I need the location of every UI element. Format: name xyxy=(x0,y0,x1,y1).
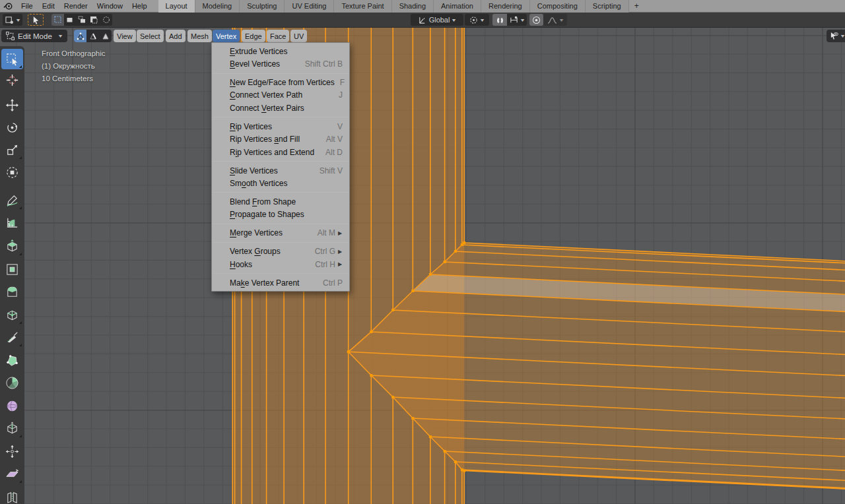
menu-item-vertex-groups[interactable]: Vertex GroupsCtrl G▶ xyxy=(212,245,349,258)
tool-move[interactable] xyxy=(1,95,23,115)
menu-item-bevel-vertices[interactable]: Bevel VerticesShift Ctrl B xyxy=(212,57,349,70)
edge-select-mode-button[interactable] xyxy=(86,30,99,42)
tool-transform[interactable] xyxy=(1,162,23,183)
viewport-menu-vertex[interactable]: Vertex xyxy=(213,30,240,42)
menu-item-merge-vertices[interactable]: Merge VerticesAlt M▶ xyxy=(212,227,349,239)
face-select-mode-button[interactable] xyxy=(99,30,112,42)
tool-select-box[interactable] xyxy=(1,49,23,69)
viewport-menu-edge[interactable]: Edge xyxy=(242,30,265,42)
menu-item-smooth-vertices[interactable]: Smooth Vertices xyxy=(212,177,349,189)
menu-edit[interactable]: Edit xyxy=(38,0,59,13)
menu-item-new-edge-face-from-vertices[interactable]: New Edge/Face from VerticesF xyxy=(212,76,349,88)
tool-shear[interactable] xyxy=(1,464,23,484)
workspace-tab-layout[interactable]: Layout xyxy=(158,0,195,13)
top-menu-bar: FileEditRenderWindowHelp LayoutModelingS… xyxy=(0,0,845,13)
orientation-label: Global xyxy=(429,16,450,24)
tool-poly-build[interactable] xyxy=(1,350,23,371)
tool-measure[interactable] xyxy=(1,212,23,233)
proportional-editing-toggle[interactable] xyxy=(529,14,543,26)
select-tweak-button[interactable] xyxy=(51,14,64,26)
tool-shrink-fatten[interactable] xyxy=(1,441,23,462)
grid-scale-overlay: 10 Centimeters xyxy=(42,75,93,82)
menu-separator xyxy=(212,115,349,121)
blender-window: FileEditRenderWindowHelp LayoutModelingS… xyxy=(0,0,845,504)
workspace-tab-modeling[interactable]: Modeling xyxy=(195,0,240,13)
workspace-tab-uv-editing[interactable]: UV Editing xyxy=(285,0,334,13)
tool-scale[interactable] xyxy=(1,140,23,160)
tool-rip-region[interactable] xyxy=(1,487,23,504)
menu-item-connect-vertex-path[interactable]: Connect Vertex PathJ xyxy=(212,89,349,102)
mesh-canvas xyxy=(0,28,845,504)
viewport-menu-uv[interactable]: UV xyxy=(290,30,307,42)
viewport-menu-add[interactable]: Add xyxy=(166,30,186,42)
workspace-tab-scripting[interactable]: Scripting xyxy=(586,0,629,13)
viewport-gizmo-controls[interactable]: ▼ xyxy=(827,30,845,42)
select-box-button[interactable] xyxy=(64,14,76,26)
toolbar xyxy=(0,46,24,504)
tool-loop-cut[interactable] xyxy=(1,305,23,325)
menu-item-make-vertex-parent[interactable]: Make Vertex ParentCtrl P xyxy=(212,276,349,289)
tool-spin[interactable] xyxy=(1,373,23,393)
workspace-tab-texture-paint[interactable]: Texture Paint xyxy=(334,0,391,13)
select-extend-button[interactable] xyxy=(76,14,88,26)
mesh-select-mode-group xyxy=(74,30,112,42)
menu-separator xyxy=(212,71,349,77)
menu-help[interactable]: Help xyxy=(127,0,152,13)
workspace-tab-animation[interactable]: Animation xyxy=(434,0,481,13)
menu-separator xyxy=(212,158,349,164)
menu-item-rip-vertices-and-fill[interactable]: Rip Vertices and FillAlt V xyxy=(212,133,349,146)
view-name-overlay: Front Orthographic xyxy=(42,49,106,57)
editor-type-dropdown[interactable]: ▼ xyxy=(3,14,22,26)
vertex-menu-dropdown: Extrude VerticesBevel VerticesShift Ctrl… xyxy=(211,42,350,292)
tool-cursor[interactable] xyxy=(1,70,23,90)
mode-selector-dropdown[interactable]: Edit Mode ▼ xyxy=(1,30,67,42)
menu-item-propagate-to-shapes[interactable]: Propagate to Shapes xyxy=(212,208,349,221)
select-intersect-button[interactable] xyxy=(100,14,112,26)
active-tool-icon[interactable] xyxy=(28,14,44,26)
menu-item-hooks[interactable]: HooksCtrl H▶ xyxy=(212,258,349,270)
snap-toggle-button[interactable] xyxy=(492,14,507,26)
viewport-menu-mesh[interactable]: Mesh xyxy=(187,30,212,42)
menu-item-blend-from-shape[interactable]: Blend From Shape xyxy=(212,195,349,208)
tool-extrude-region[interactable] xyxy=(1,236,23,257)
snap-target-dropdown[interactable]: ▼ xyxy=(507,14,527,26)
tool-bevel[interactable] xyxy=(1,282,23,302)
vertex-select-mode-button[interactable] xyxy=(74,30,86,42)
menu-render[interactable]: Render xyxy=(59,0,92,13)
menu-item-connect-vertex-pairs[interactable]: Connect Vertex Pairs xyxy=(212,102,349,114)
tool-edge-slide[interactable] xyxy=(1,418,23,439)
transform-orientation-dropdown[interactable]: Global ▼ xyxy=(411,14,463,26)
blender-logo-icon[interactable] xyxy=(0,0,17,13)
menu-separator xyxy=(212,270,349,276)
menu-separator xyxy=(212,239,349,245)
add-workspace-button[interactable]: + xyxy=(629,0,644,13)
menu-window[interactable]: Window xyxy=(92,0,127,13)
tool-annotate[interactable] xyxy=(1,190,23,210)
tool-knife[interactable] xyxy=(1,327,23,348)
menu-separator xyxy=(212,221,349,227)
workspace-tab-shading[interactable]: Shading xyxy=(392,0,434,13)
menu-file[interactable]: File xyxy=(17,0,38,13)
viewport-3d[interactable]: Edit Mode ▼ ViewSelectAddMeshVertexEdgeF… xyxy=(0,28,845,504)
mode-label: Edit Mode xyxy=(18,32,52,40)
tool-smooth[interactable] xyxy=(1,396,23,416)
object-name-overlay: (1) Окружность xyxy=(42,62,95,70)
tool-inset-faces[interactable] xyxy=(1,259,23,280)
tool-settings-bar: ▼ Global ▼ xyxy=(0,13,845,28)
select-subtract-button[interactable] xyxy=(88,14,100,26)
select-mode-group xyxy=(51,14,112,26)
viewport-menu-select[interactable]: Select xyxy=(137,30,164,42)
pivot-point-dropdown[interactable]: ▼ xyxy=(465,14,489,26)
viewport-menu-view[interactable]: View xyxy=(114,30,136,42)
menu-item-extrude-vertices[interactable]: Extrude Vertices xyxy=(212,45,349,57)
workspace-tab-compositing[interactable]: Compositing xyxy=(530,0,586,13)
workspace-tab-sculpting[interactable]: Sculpting xyxy=(240,0,285,13)
workspace-tab-rendering[interactable]: Rendering xyxy=(481,0,530,13)
tool-rotate[interactable] xyxy=(1,117,23,138)
menu-item-rip-vertices-and-extend[interactable]: Rip Vertices and ExtendAlt D xyxy=(212,146,349,158)
menu-separator xyxy=(212,190,349,196)
viewport-menu-face[interactable]: Face xyxy=(267,30,289,42)
menu-item-slide-vertices[interactable]: Slide VerticesShift V xyxy=(212,164,349,177)
menu-item-rip-vertices[interactable]: Rip VerticesV xyxy=(212,120,349,133)
proportional-falloff-dropdown[interactable]: ▼ xyxy=(543,14,567,26)
